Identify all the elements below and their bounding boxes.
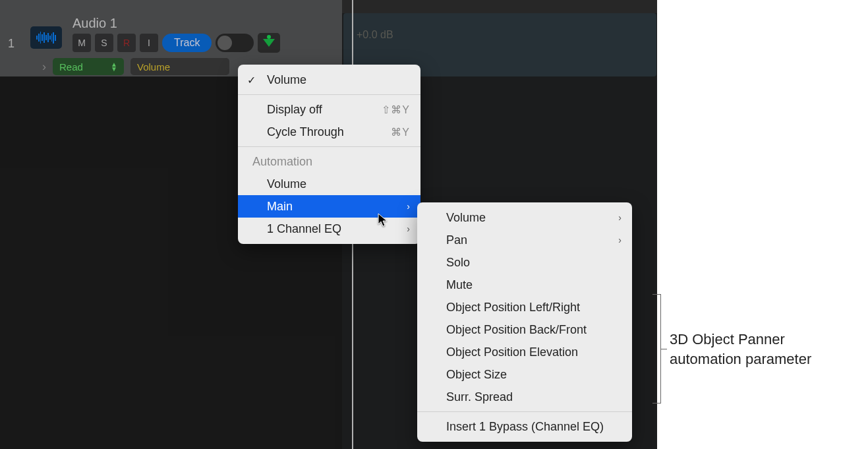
keyboard-shortcut: ⇧⌘Y [382,104,410,116]
main-submenu: Volume › Pan › Solo Mute Object Position… [417,202,632,442]
solo-button[interactable]: S [95,34,113,52]
menu-item-volume-checked[interactable]: ✓ Volume [238,69,420,91]
chevron-right-icon: › [407,201,410,212]
submenu-item-solo[interactable]: Solo [417,251,632,274]
track-on-off-toggle[interactable] [216,34,254,52]
waveform-icon [36,32,56,44]
submenu-item-object-bf[interactable]: Object Position Back/Front [417,318,632,341]
submenu-item-object-lr[interactable]: Object Position Left/Right [417,296,632,318]
menu-item-cycle-through[interactable]: Cycle Through ⌘Y [238,121,420,143]
mute-button[interactable]: M [72,34,91,52]
menu-separator [238,146,420,147]
menu-item-main[interactable]: Main › [238,195,420,218]
keyboard-shortcut: ⌘Y [391,126,410,138]
submenu-item-pan[interactable]: Pan › [417,229,632,251]
automation-parameter-menu: ✓ Volume Display off ⇧⌘Y Cycle Through ⌘… [238,65,420,244]
chevron-right-icon: › [618,212,622,223]
track-name[interactable]: Audio 1 [72,16,117,31]
submenu-item-mute[interactable]: Mute [417,274,632,296]
app-area: +0.0 dB 1 Audio 1 M S R I Track › Read ▲… [0,0,657,449]
chevron-right-icon: › [618,235,622,245]
automation-mode-label: Read [59,61,83,73]
ruler[interactable] [342,0,657,13]
automation-parameter-label: Volume [137,61,170,73]
automation-value-label: +0.0 dB [357,29,393,41]
submenu-item-object-size[interactable]: Object Size [417,363,632,386]
menu-separator [238,94,420,95]
automation-mode-selector[interactable]: Read ▲▼ [53,58,124,75]
callout-bracket [652,294,667,404]
submenu-item-object-elev[interactable]: Object Position Elevation [417,341,632,363]
track-type-icon[interactable] [30,26,62,49]
submenu-item-volume[interactable]: Volume › [417,206,632,229]
automation-track-button[interactable]: Track [162,34,212,52]
record-enable-button[interactable]: R [117,34,136,52]
automation-parameter-selector[interactable]: Volume [130,58,229,75]
menu-item-display-off[interactable]: Display off ⇧⌘Y [238,98,420,121]
submenu-item-insert-bypass[interactable]: Insert 1 Bypass (Channel EQ) [417,415,632,438]
checkmark-icon: ✓ [247,74,256,86]
chevron-right-icon: › [407,224,410,234]
submenu-item-surr-spread[interactable]: Surr. Spread [417,386,632,408]
track-stack-disclosure[interactable] [258,33,280,53]
menu-item-automation-volume[interactable]: Volume [238,173,420,195]
menu-separator [417,411,632,412]
input-monitor-button[interactable]: I [140,34,158,52]
callout-label: 3D Object Pannerautomation parameter [670,330,811,369]
menu-section-header: Automation [238,150,420,173]
track-number: 1 [8,37,14,51]
stepper-icon: ▲▼ [111,62,117,71]
automation-disclosure-icon[interactable]: › [42,60,46,74]
menu-item-channel-eq[interactable]: 1 Channel EQ › [238,218,420,240]
